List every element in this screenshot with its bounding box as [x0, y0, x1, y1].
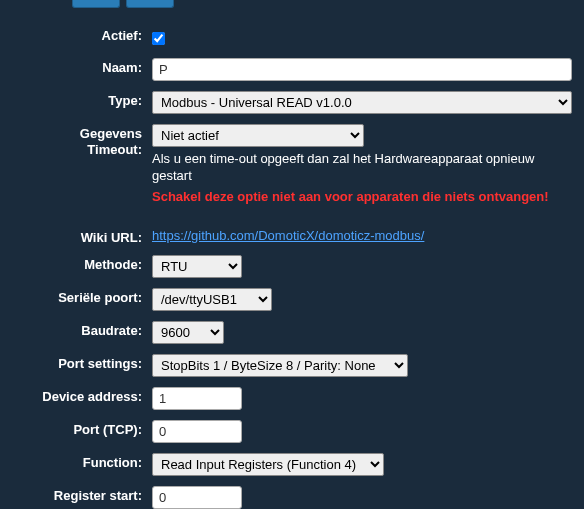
label-porttcp: Port (TCP):: [10, 418, 152, 437]
timeout-warning: Schakel deze optie niet aan voor apparat…: [152, 189, 574, 206]
methode-select[interactable]: RTU: [152, 255, 242, 278]
porttcp-input[interactable]: [152, 420, 242, 443]
timeout-help-1: Als u een time-out opgeeft dan zal het H…: [152, 151, 574, 185]
label-actief: Actief:: [10, 24, 152, 43]
deviceaddress-input[interactable]: [152, 387, 242, 410]
label-deviceaddress: Device address:: [10, 385, 152, 404]
label-naam: Naam:: [10, 56, 152, 75]
baudrate-select[interactable]: 9600: [152, 321, 224, 344]
gegevens-timeout-select[interactable]: Niet actief: [152, 124, 364, 147]
actief-checkbox[interactable]: [152, 32, 165, 45]
portsettings-select[interactable]: StopBits 1 / ByteSize 8 / Parity: None: [152, 354, 408, 377]
label-registerstart: Register start:: [10, 484, 152, 503]
registerstart-input[interactable]: [152, 486, 242, 509]
serielepoort-select[interactable]: /dev/ttyUSB1: [152, 288, 272, 311]
hardware-form: Actief: Naam: Type: Modbus - Universal R…: [0, 16, 584, 509]
label-baudrate: Baudrate:: [10, 319, 152, 338]
top-button-1[interactable]: [72, 0, 120, 8]
top-button-2[interactable]: [126, 0, 174, 8]
label-gegevens-timeout: Gegevens Timeout:: [10, 122, 152, 157]
wiki-link[interactable]: https://github.com/DomoticX/domoticz-mod…: [152, 228, 424, 243]
label-serielepoort: Seriële poort:: [10, 286, 152, 305]
function-select[interactable]: Read Input Registers (Function 4): [152, 453, 384, 476]
label-function: Function:: [10, 451, 152, 470]
type-select[interactable]: Modbus - Universal READ v1.0.0: [152, 91, 572, 114]
label-methode: Methode:: [10, 253, 152, 272]
naam-input[interactable]: [152, 58, 572, 81]
label-type: Type:: [10, 89, 152, 108]
label-wiki: Wiki URL:: [10, 226, 152, 245]
label-portsettings: Port settings:: [10, 352, 152, 371]
